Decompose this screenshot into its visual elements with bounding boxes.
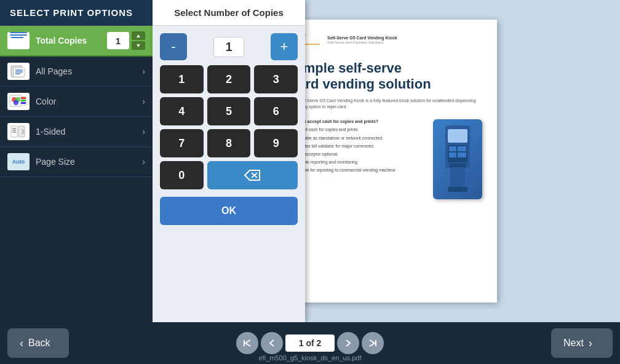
color-label: Color bbox=[36, 97, 142, 106]
numpad-3-button[interactable]: 3 bbox=[254, 65, 298, 93]
numpad-minus-button[interactable]: - bbox=[160, 33, 187, 60]
one-sided-arrow-icon: › bbox=[142, 127, 145, 136]
svg-rect-30 bbox=[450, 168, 465, 190]
numpad-backspace-button[interactable] bbox=[207, 161, 298, 189]
next-button[interactable]: Next › bbox=[551, 328, 613, 358]
numpad-2-button[interactable]: 2 bbox=[207, 65, 251, 93]
svg-rect-28 bbox=[458, 152, 466, 157]
numpad-7-button[interactable]: 7 bbox=[160, 129, 204, 157]
doc-desc: EFI Self-Serve G5 Card Vending Kiosk is … bbox=[290, 98, 482, 110]
svg-rect-25 bbox=[449, 146, 456, 151]
page-size-icon: Auto bbox=[7, 153, 30, 170]
all-pages-label: All Pages bbox=[36, 66, 142, 76]
numpad-overlay: Select Number of Copies - 1 + 1 2 3 4 5 … bbox=[153, 0, 305, 322]
next-chevron-icon: › bbox=[589, 337, 592, 350]
page-size-label: Page Size bbox=[36, 157, 142, 167]
color-arrow-icon: › bbox=[142, 97, 145, 106]
numpad-plus-button[interactable]: + bbox=[271, 33, 298, 60]
svg-rect-11 bbox=[21, 100, 26, 101]
nav-first-button[interactable] bbox=[236, 332, 258, 354]
need-cash-title: Need to accept cash for copies and print… bbox=[290, 119, 426, 124]
svg-rect-12 bbox=[21, 102, 26, 104]
page-size-arrow-icon: › bbox=[142, 157, 145, 167]
back-chevron-icon: ‹ bbox=[20, 337, 23, 350]
svg-point-8 bbox=[14, 100, 18, 105]
doc-bullets: Accept cash for copies and prints Availa… bbox=[290, 126, 426, 173]
sidebar-item-total-copies[interactable]: Total Copies 1 ▲ ▼ bbox=[0, 26, 153, 57]
center-panel: e f i Self-Serve G5 Card Vending Kiosk S… bbox=[153, 0, 620, 322]
svg-rect-29 bbox=[449, 164, 466, 167]
copies-up-button[interactable]: ▲ bbox=[132, 31, 145, 40]
numpad-0-button[interactable]: 0 bbox=[160, 161, 204, 189]
numpad-ok-button[interactable]: OK bbox=[160, 197, 298, 225]
sidebar-item-one-sided[interactable]: 1-Sided › bbox=[0, 117, 153, 147]
back-button[interactable]: ‹ Back bbox=[7, 328, 69, 358]
main-area: SELECT PRINT OPTIONS Total Copies 1 ▲ ▼ bbox=[0, 0, 620, 322]
nav-next-button[interactable] bbox=[337, 332, 359, 354]
numpad-grid: 1 2 3 4 5 6 7 8 9 0 bbox=[160, 65, 298, 189]
numpad-1-button[interactable]: 1 bbox=[160, 65, 204, 93]
document-page: e f i Self-Serve G5 Card Vending Kiosk S… bbox=[276, 20, 497, 303]
one-sided-icon bbox=[7, 123, 30, 140]
all-pages-icon bbox=[7, 63, 30, 80]
numpad-5-button[interactable]: 5 bbox=[207, 97, 251, 125]
numpad-header: Select Number of Copies bbox=[153, 0, 305, 26]
pagination-controls: 1 of 2 bbox=[236, 332, 384, 354]
all-pages-arrow-icon: › bbox=[142, 66, 145, 76]
page-indicator: 1 of 2 bbox=[285, 334, 335, 352]
svg-rect-31 bbox=[448, 187, 467, 192]
svg-rect-10 bbox=[21, 97, 26, 99]
bottom-bar: ‹ Back 1 of 2 Next › efi_m500_g5_kiosk_d… bbox=[0, 322, 620, 364]
sidebar-header: SELECT PRINT OPTIONS bbox=[0, 0, 153, 26]
file-name: efi_m500_g5_kiosk_ds_en_us.pdf bbox=[259, 354, 362, 362]
svg-rect-13 bbox=[11, 126, 17, 137]
back-label: Back bbox=[28, 338, 50, 349]
sidebar-item-all-pages[interactable]: All Pages › bbox=[0, 57, 153, 87]
numpad-display-value: 1 bbox=[213, 37, 244, 57]
total-copies-icon bbox=[7, 32, 30, 49]
numpad-4-button[interactable]: 4 bbox=[160, 97, 204, 125]
doc-header: e f i Self-Serve G5 Card Vending Kiosk S… bbox=[290, 32, 482, 48]
total-copies-label: Total Copies bbox=[36, 36, 107, 46]
copies-value: 1 bbox=[107, 32, 129, 49]
copies-down-button[interactable]: ▼ bbox=[132, 41, 145, 50]
numpad-9-button[interactable]: 9 bbox=[254, 129, 298, 157]
doc-title: Simple self-servecard vending solution bbox=[290, 60, 482, 93]
nav-last-button[interactable] bbox=[362, 332, 384, 354]
next-label: Next bbox=[563, 338, 584, 349]
numpad-ok-area: OK bbox=[160, 197, 298, 225]
doc-subtitle: Self-Serve G5 Card Vending Kiosk Self-Se… bbox=[327, 35, 397, 46]
svg-rect-23 bbox=[448, 129, 467, 143]
copies-stepper[interactable]: ▲ ▼ bbox=[132, 31, 145, 50]
svg-rect-27 bbox=[449, 152, 456, 157]
sidebar-item-page-size[interactable]: Auto Page Size › bbox=[0, 147, 153, 177]
numpad-6-button[interactable]: 6 bbox=[254, 97, 298, 125]
one-sided-label: 1-Sided bbox=[36, 127, 142, 136]
numpad-8-button[interactable]: 8 bbox=[207, 129, 251, 157]
sidebar: SELECT PRINT OPTIONS Total Copies 1 ▲ ▼ bbox=[0, 0, 153, 322]
sidebar-item-color[interactable]: Color › bbox=[0, 87, 153, 117]
doc-kiosk-image bbox=[433, 119, 482, 199]
svg-rect-26 bbox=[458, 146, 466, 151]
nav-prev-button[interactable] bbox=[261, 332, 283, 354]
color-icon bbox=[7, 93, 30, 110]
